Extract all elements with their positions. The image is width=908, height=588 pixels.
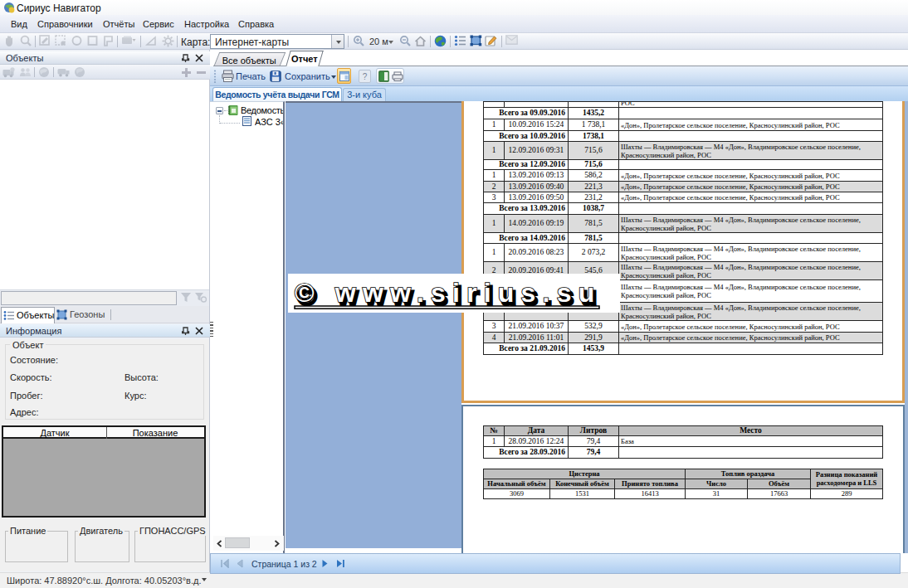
svg-text:© www.sirius.su: © www.sirius.su — [295, 278, 601, 308]
